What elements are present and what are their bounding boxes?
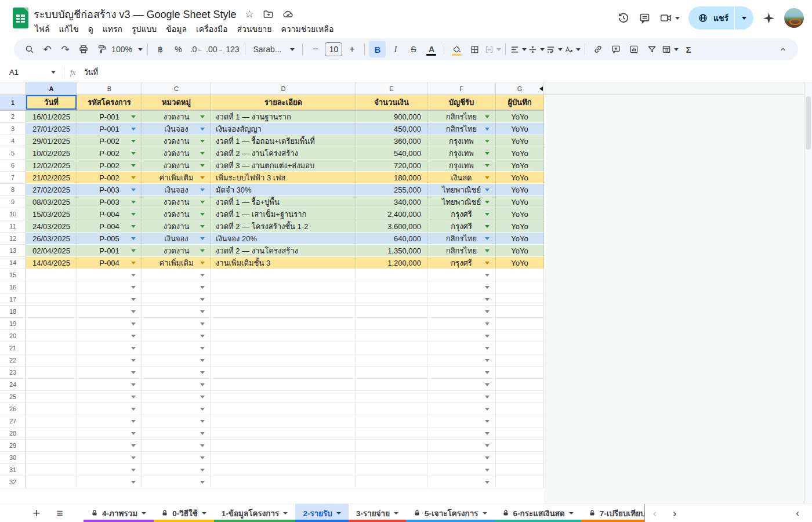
cell-C2[interactable]: งวดงาน: [142, 111, 211, 123]
cell-C14[interactable]: ค่าเพิ่มเติม: [142, 257, 211, 269]
cell-E6[interactable]: 720,000: [356, 160, 427, 172]
cell-B32[interactable]: [77, 476, 142, 488]
cell-A15[interactable]: [26, 269, 77, 281]
cell-B21[interactable]: [77, 342, 142, 354]
cell-A28[interactable]: [26, 427, 77, 440]
cell-B11[interactable]: P-004: [77, 220, 142, 233]
cell-F20[interactable]: [427, 330, 496, 342]
table-views-dropdown-arrow[interactable]: [674, 48, 679, 51]
cell-D11[interactable]: งวดที่ 2 — โครงสร้างชั้น 1-2: [211, 220, 356, 233]
row-header-10[interactable]: 10: [0, 208, 26, 220]
cell-E9[interactable]: 340,000: [356, 196, 427, 208]
cell-dropdown-arrow[interactable]: [200, 310, 205, 313]
font-size-input[interactable]: 10: [325, 42, 342, 56]
cell-dropdown-arrow[interactable]: [200, 262, 205, 264]
cell-G19[interactable]: [496, 318, 544, 330]
cell-dropdown-arrow[interactable]: [200, 249, 205, 252]
cell-B16[interactable]: [77, 281, 142, 293]
cell-E4[interactable]: 360,000: [356, 135, 427, 147]
name-box[interactable]: A1: [0, 68, 56, 77]
cell-D29[interactable]: [211, 440, 356, 452]
sheet-tab-3[interactable]: 2-รายรับ: [295, 504, 349, 522]
cell-dropdown-arrow[interactable]: [131, 420, 136, 423]
row-header-27[interactable]: 27: [0, 415, 26, 427]
cell-E24[interactable]: [356, 379, 427, 391]
row-header-8[interactable]: 8: [0, 184, 26, 196]
cell-A10[interactable]: 15/03/2025: [26, 208, 77, 220]
column-header-G[interactable]: G: [496, 82, 544, 95]
increase-decimal-button[interactable]: .00→: [206, 41, 223, 57]
decrease-font-size-button[interactable]: −: [307, 41, 324, 57]
cell-dropdown-arrow[interactable]: [200, 322, 205, 325]
cell-G4[interactable]: YoYo: [496, 135, 544, 147]
cell-G30[interactable]: [496, 452, 544, 464]
cell-F26[interactable]: [427, 403, 496, 415]
cell-E22[interactable]: [356, 354, 427, 367]
cell-dropdown-arrow[interactable]: [131, 164, 136, 167]
comments-icon[interactable]: [639, 12, 651, 24]
cell-G22[interactable]: [496, 354, 544, 367]
cell-dropdown-arrow[interactable]: [485, 347, 490, 350]
cell-dropdown-arrow[interactable]: [200, 188, 205, 191]
cell-dropdown-arrow[interactable]: [131, 298, 136, 301]
italic-button[interactable]: I: [387, 41, 404, 57]
cell-dropdown-arrow[interactable]: [485, 481, 490, 484]
cell-B28[interactable]: [77, 427, 142, 440]
cell-C5[interactable]: งวดงาน: [142, 147, 211, 160]
cell-dropdown-arrow[interactable]: [485, 140, 490, 143]
cell-C3[interactable]: เงินจอง: [142, 123, 211, 135]
sheet-tab-6[interactable]: 6-กระแสเงินสด: [495, 504, 581, 522]
cell-G18[interactable]: [496, 306, 544, 318]
cell-B2[interactable]: P-001: [77, 111, 142, 123]
menu-item-1[interactable]: แก้ไข: [55, 21, 84, 37]
cell-B12[interactable]: P-005: [77, 233, 142, 245]
row-header-4[interactable]: 4: [0, 135, 26, 147]
cell-G1[interactable]: ผู้บันทึก: [496, 95, 544, 110]
cell-dropdown-arrow[interactable]: [485, 201, 490, 204]
bold-button[interactable]: B: [369, 41, 386, 57]
menu-item-6[interactable]: เครื่องมือ: [191, 21, 233, 37]
cell-dropdown-arrow[interactable]: [200, 286, 205, 289]
sheet-tab-5[interactable]: 5-เจาะโครงการ: [406, 504, 495, 522]
cell-B5[interactable]: P-002: [77, 147, 142, 160]
cell-dropdown-arrow[interactable]: [485, 469, 490, 472]
cell-B24[interactable]: [77, 379, 142, 391]
cell-B6[interactable]: P-002: [77, 160, 142, 172]
cell-C24[interactable]: [142, 379, 211, 391]
cell-A31[interactable]: [26, 464, 77, 476]
create-filter-icon[interactable]: [643, 41, 660, 57]
row-header-7[interactable]: 7: [0, 172, 26, 184]
cell-dropdown-arrow[interactable]: [131, 335, 136, 338]
cell-C6[interactable]: งวดงาน: [142, 160, 211, 172]
cell-F22[interactable]: [427, 354, 496, 367]
cell-F5[interactable]: กรุงเทพ: [427, 147, 496, 160]
cell-D26[interactable]: [211, 403, 356, 415]
cell-E5[interactable]: 540,000: [356, 147, 427, 160]
cell-A14[interactable]: 14/04/2025: [26, 257, 77, 269]
tab-menu-arrow[interactable]: [283, 512, 288, 514]
cell-F2[interactable]: กสิกรไทย: [427, 111, 496, 123]
cell-E11[interactable]: 3,600,000: [356, 220, 427, 233]
cell-B10[interactable]: P-004: [77, 208, 142, 220]
cell-dropdown-arrow[interactable]: [485, 225, 490, 228]
cell-C32[interactable]: [142, 476, 211, 488]
cell-A21[interactable]: [26, 342, 77, 354]
cell-dropdown-arrow[interactable]: [131, 383, 136, 386]
share-dropdown-arrow[interactable]: [735, 6, 753, 30]
cell-G26[interactable]: [496, 403, 544, 415]
add-sheet-button[interactable]: +: [28, 504, 45, 522]
cell-D27[interactable]: [211, 415, 356, 427]
menu-item-8[interactable]: ความช่วยเหลือ: [276, 21, 338, 37]
cell-dropdown-arrow[interactable]: [485, 408, 490, 411]
row-header-1[interactable]: 1: [0, 95, 26, 110]
cell-dropdown-arrow[interactable]: [131, 249, 136, 252]
cell-A17[interactable]: [26, 293, 77, 306]
cell-B20[interactable]: [77, 330, 142, 342]
cell-G24[interactable]: [496, 379, 544, 391]
cell-dropdown-arrow[interactable]: [131, 456, 136, 459]
cell-E7[interactable]: 180,000: [356, 172, 427, 184]
cell-C28[interactable]: [142, 427, 211, 440]
cell-C18[interactable]: [142, 306, 211, 318]
formula-input[interactable]: วันที่: [84, 66, 98, 78]
cell-D13[interactable]: งวดที่ 2 — งานโครงสร้าง: [211, 245, 356, 257]
